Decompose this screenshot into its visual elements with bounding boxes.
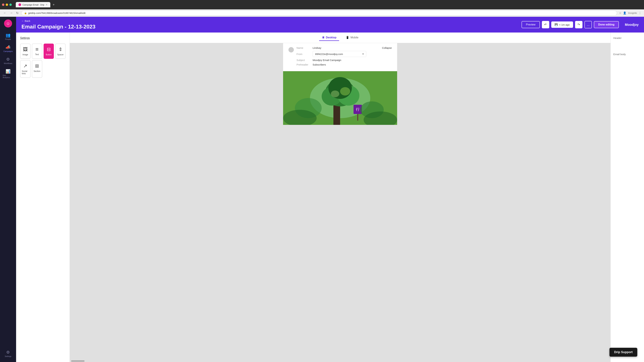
svg-point-8 [340,87,350,95]
desktop-icon: 🖥 [322,36,324,39]
tool-image[interactable]: 🖼 Image [20,43,30,59]
sidebar-people-label: People [5,38,11,40]
tool-text[interactable]: ≡ Text [32,43,42,59]
redo-button[interactable]: ↷ [575,21,582,28]
right-panel: Header Email body [610,32,644,362]
from-label: From [296,53,310,55]
tools-grid: 🖼 Image ≡ Text ⊟ Button ⇕ Spacer [20,43,66,78]
app-container: ☺ 👥 People 📣 Campaigns ⚙ Workflows 📊 Dou… [0,17,644,362]
lock-icon: 🔒 [24,12,27,14]
avatar [288,47,294,52]
mobile-label: Mobile [350,36,358,39]
email-card: Name Lindsay From 89f4222e@moodjoy.com ▾ [283,43,397,125]
back-button[interactable]: ← Back [22,19,96,22]
workflows-icon: ⚙ [6,57,10,62]
drip-support-button[interactable]: Drip Support [610,348,637,357]
sidebar-settings-label: Settings [5,355,12,357]
text-tool-icon: ≡ [36,46,38,52]
done-editing-button[interactable]: Done editing [594,21,619,28]
top-header: ← Back Email Campaign - 12-13-2023 Previ… [16,17,644,32]
url-text: getdrip.com/7641396/broadcasts/318674615… [28,12,86,14]
email-body-preview: 行 [283,71,397,125]
tab-favicon [18,3,21,6]
page-title: Email Campaign - 12-13-2023 [22,24,96,30]
subject-row: Subject Moodjoy Email Campaign [296,59,379,61]
maximize-window-btn[interactable] [10,3,12,6]
spacer-tool-label: Spacer [57,53,64,56]
sidebar-item-campaigns[interactable]: 📣 Campaigns [1,43,15,54]
button-tool-icon: ⊟ [47,46,51,52]
tab-mobile[interactable]: 📱 Mobile [343,34,361,41]
address-bar[interactable]: 🔒 getdrip.com/7641396/broadcasts/3186746… [21,10,617,15]
preview-button[interactable]: Preview [522,21,540,28]
subject-value: Moodjoy Email Campaign [312,59,341,61]
settings-link[interactable]: Settings [20,36,66,39]
tool-button[interactable]: ⊟ Button [44,43,54,59]
preheader-row: Preheader Subscribers [296,63,379,66]
horizontal-scrollbar[interactable] [70,360,610,362]
content-area: Settings 🖼 Image ≡ Text ⊟ Button [16,32,644,362]
sidebar-item-workflows[interactable]: ⚙ Workflows [1,55,15,66]
email-image: 行 [283,71,397,125]
sidebar: ☺ 👥 People 📣 Campaigns ⚙ Workflows 📊 Dou… [0,17,16,362]
save-button[interactable]: 💾 < 1m ago [551,21,573,28]
tab-desktop[interactable]: 🖥 Desktop [319,35,339,41]
incognito-label: Incognito [628,12,637,14]
email-canvas: Name Lindsay From 89f4222e@moodjoy.com ▾ [70,43,610,360]
window-controls [2,3,12,6]
sidebar-item-analytics[interactable]: 📊 Dou Analytics [1,67,15,80]
active-tab[interactable]: Campaign Email · Drip ✕ [16,2,50,7]
tool-social[interactable]: ↗ Social links [20,60,30,78]
section-tool-icon: ⊞ [35,63,39,69]
tab-close-btn[interactable]: ✕ [46,3,48,6]
email-preview-area: 🖥 Desktop 📱 Mobile [70,32,610,362]
header-right: Preview ↶ 💾 < 1m ago ↷ ... Done editing … [522,21,639,28]
tools-panel: Settings 🖼 Image ≡ Text ⊟ Button [16,32,70,362]
more-button[interactable]: ... [584,21,592,28]
button-tool-label: Button [46,53,52,56]
mobile-icon: 📱 [346,36,349,39]
from-row: From 89f4222e@moodjoy.com ▾ [296,51,379,57]
star-icon[interactable]: ☆ [619,11,621,14]
app-logo[interactable]: ☺ [4,19,12,27]
preheader-label: Preheader [296,63,310,66]
refresh-btn[interactable]: ↻ [16,10,19,15]
address-bar-row: ← → ↻ 🔒 getdrip.com/7641396/broadcasts/3… [0,9,644,17]
spacer-tool-icon: ⇕ [58,46,62,52]
sidebar-item-people[interactable]: 👥 People [1,31,15,42]
text-tool-label: Text [35,53,39,56]
back-nav-btn[interactable]: ← [3,10,7,15]
svg-point-9 [331,90,339,97]
sidebar-item-settings[interactable]: ⚙ Settings [1,348,15,359]
image-tool-icon: 🖼 [23,46,28,52]
header-left: ← Back Email Campaign - 12-13-2023 [22,19,96,30]
email-body-section-label: Email body [613,53,641,56]
minimize-window-btn[interactable] [6,3,8,6]
menu-icon[interactable]: ⋮ [639,11,641,14]
collapse-button[interactable]: Collapse [382,46,392,49]
email-body-image: 行 [283,71,397,125]
sidebar-workflows-label: Workflows [4,62,12,64]
tool-section[interactable]: ⊞ Section [32,60,42,78]
name-value: Lindsay [312,46,321,49]
account-icon[interactable]: 👤 [623,11,626,14]
sidebar-analytics-label: Dou Analytics [3,74,14,78]
undo-button[interactable]: ↶ [542,21,549,28]
new-tab-btn[interactable]: + [51,2,56,7]
tab-title: Campaign Email · Drip [22,3,44,6]
main-content: ← Back Email Campaign - 12-13-2023 Previ… [16,17,644,362]
svg-rect-12 [357,114,358,121]
name-label: Name [296,46,310,49]
browser-chrome: Campaign Email · Drip ✕ + [0,0,644,9]
sidebar-campaigns-label: Campaigns [3,50,13,52]
email-settings-bar: Name Lindsay From 89f4222e@moodjoy.com ▾ [283,43,397,71]
close-window-btn[interactable] [2,3,4,6]
save-icon: 💾 [554,23,558,26]
tool-spacer[interactable]: ⇕ Spacer [55,43,66,59]
social-tool-label: Social links [22,70,29,75]
from-dropdown[interactable]: 89f4222e@moodjoy.com ▾ [312,51,366,57]
browser-actions: ☆ 👤 Incognito ⋮ [619,11,641,14]
section-tool-label: Section [34,70,40,72]
forward-nav-btn[interactable]: → [9,10,14,15]
tab-bar: Campaign Email · Drip ✕ + [16,2,642,7]
